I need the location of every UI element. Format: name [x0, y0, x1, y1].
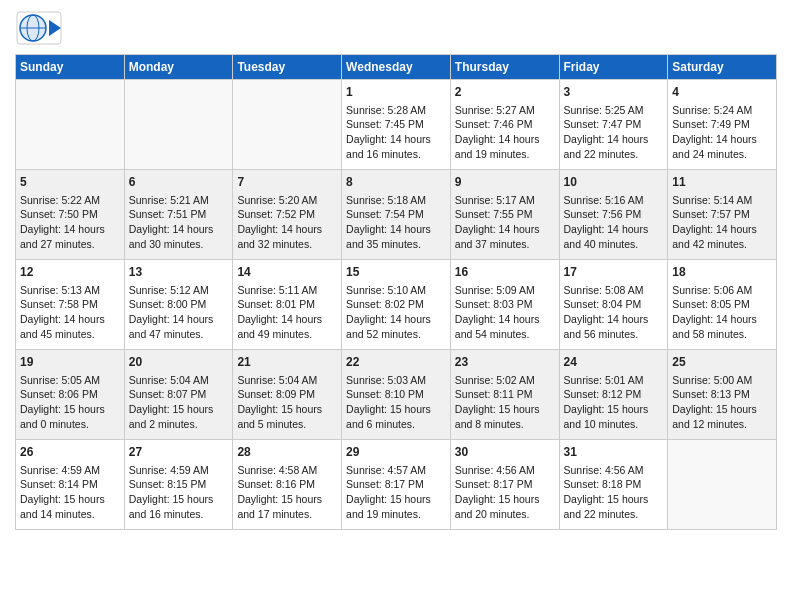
- cell-info-line: Daylight: 14 hours: [672, 222, 772, 237]
- calendar-cell: 23Sunrise: 5:02 AMSunset: 8:11 PMDayligh…: [450, 350, 559, 440]
- cell-info-line: Daylight: 15 hours: [129, 402, 229, 417]
- calendar-cell: [233, 80, 342, 170]
- cell-info-line: Daylight: 15 hours: [455, 402, 555, 417]
- weekday-header: Wednesday: [342, 55, 451, 80]
- calendar-page: SundayMondayTuesdayWednesdayThursdayFrid…: [0, 0, 792, 540]
- cell-info-line: Sunrise: 5:03 AM: [346, 373, 446, 388]
- cell-info-line: Sunrise: 5:05 AM: [20, 373, 120, 388]
- day-number: 11: [672, 174, 772, 191]
- cell-info-line: and 52 minutes.: [346, 327, 446, 342]
- day-number: 20: [129, 354, 229, 371]
- cell-info-line: and 6 minutes.: [346, 417, 446, 432]
- cell-info-line: Sunset: 8:09 PM: [237, 387, 337, 402]
- calendar-cell: 28Sunrise: 4:58 AMSunset: 8:16 PMDayligh…: [233, 440, 342, 530]
- cell-info-line: Sunset: 7:46 PM: [455, 117, 555, 132]
- header-row: SundayMondayTuesdayWednesdayThursdayFrid…: [16, 55, 777, 80]
- cell-info-line: and 27 minutes.: [20, 237, 120, 252]
- calendar-table: SundayMondayTuesdayWednesdayThursdayFrid…: [15, 54, 777, 530]
- cell-info-line: Sunset: 7:47 PM: [564, 117, 664, 132]
- day-number: 26: [20, 444, 120, 461]
- calendar-week-row: 19Sunrise: 5:05 AMSunset: 8:06 PMDayligh…: [16, 350, 777, 440]
- cell-info-line: and 5 minutes.: [237, 417, 337, 432]
- day-number: 25: [672, 354, 772, 371]
- calendar-cell: 17Sunrise: 5:08 AMSunset: 8:04 PMDayligh…: [559, 260, 668, 350]
- day-number: 3: [564, 84, 664, 101]
- cell-info-line: and 14 minutes.: [20, 507, 120, 522]
- cell-info-line: Daylight: 14 hours: [129, 222, 229, 237]
- cell-info-line: Sunrise: 5:02 AM: [455, 373, 555, 388]
- cell-info-line: Daylight: 15 hours: [129, 492, 229, 507]
- cell-info-line: Sunrise: 5:25 AM: [564, 103, 664, 118]
- cell-info-line: Sunset: 7:56 PM: [564, 207, 664, 222]
- cell-info-line: Sunrise: 4:57 AM: [346, 463, 446, 478]
- cell-info-line: and 37 minutes.: [455, 237, 555, 252]
- cell-info-line: Sunrise: 5:12 AM: [129, 283, 229, 298]
- calendar-cell: 8Sunrise: 5:18 AMSunset: 7:54 PMDaylight…: [342, 170, 451, 260]
- calendar-cell: 9Sunrise: 5:17 AMSunset: 7:55 PMDaylight…: [450, 170, 559, 260]
- cell-info-line: Sunset: 7:52 PM: [237, 207, 337, 222]
- cell-info-line: and 20 minutes.: [455, 507, 555, 522]
- day-number: 28: [237, 444, 337, 461]
- calendar-cell: 27Sunrise: 4:59 AMSunset: 8:15 PMDayligh…: [124, 440, 233, 530]
- calendar-cell: 30Sunrise: 4:56 AMSunset: 8:17 PMDayligh…: [450, 440, 559, 530]
- cell-info-line: and 47 minutes.: [129, 327, 229, 342]
- cell-info-line: Sunrise: 5:21 AM: [129, 193, 229, 208]
- calendar-week-row: 5Sunrise: 5:22 AMSunset: 7:50 PMDaylight…: [16, 170, 777, 260]
- cell-info-line: Sunrise: 5:10 AM: [346, 283, 446, 298]
- cell-info-line: and 22 minutes.: [564, 507, 664, 522]
- calendar-cell: 13Sunrise: 5:12 AMSunset: 8:00 PMDayligh…: [124, 260, 233, 350]
- calendar-cell: 21Sunrise: 5:04 AMSunset: 8:09 PMDayligh…: [233, 350, 342, 440]
- calendar-cell: 26Sunrise: 4:59 AMSunset: 8:14 PMDayligh…: [16, 440, 125, 530]
- calendar-cell: 14Sunrise: 5:11 AMSunset: 8:01 PMDayligh…: [233, 260, 342, 350]
- calendar-cell: 31Sunrise: 4:56 AMSunset: 8:18 PMDayligh…: [559, 440, 668, 530]
- cell-info-line: Daylight: 15 hours: [237, 492, 337, 507]
- cell-info-line: Sunrise: 5:06 AM: [672, 283, 772, 298]
- day-number: 30: [455, 444, 555, 461]
- cell-info-line: Sunset: 8:00 PM: [129, 297, 229, 312]
- cell-info-line: Daylight: 14 hours: [455, 312, 555, 327]
- cell-info-line: Sunrise: 5:01 AM: [564, 373, 664, 388]
- cell-info-line: and 32 minutes.: [237, 237, 337, 252]
- cell-info-line: and 35 minutes.: [346, 237, 446, 252]
- cell-info-line: Sunset: 8:10 PM: [346, 387, 446, 402]
- cell-info-line: Sunset: 8:02 PM: [346, 297, 446, 312]
- calendar-cell: 16Sunrise: 5:09 AMSunset: 8:03 PMDayligh…: [450, 260, 559, 350]
- calendar-cell: 22Sunrise: 5:03 AMSunset: 8:10 PMDayligh…: [342, 350, 451, 440]
- cell-info-line: Sunset: 8:01 PM: [237, 297, 337, 312]
- cell-info-line: Sunrise: 4:59 AM: [129, 463, 229, 478]
- calendar-cell: 6Sunrise: 5:21 AMSunset: 7:51 PMDaylight…: [124, 170, 233, 260]
- cell-info-line: Sunset: 8:15 PM: [129, 477, 229, 492]
- calendar-cell: 12Sunrise: 5:13 AMSunset: 7:58 PMDayligh…: [16, 260, 125, 350]
- cell-info-line: Daylight: 14 hours: [237, 312, 337, 327]
- cell-info-line: and 2 minutes.: [129, 417, 229, 432]
- cell-info-line: Sunrise: 5:22 AM: [20, 193, 120, 208]
- day-number: 7: [237, 174, 337, 191]
- cell-info-line: Sunset: 7:45 PM: [346, 117, 446, 132]
- weekday-header: Sunday: [16, 55, 125, 80]
- cell-info-line: Daylight: 14 hours: [129, 312, 229, 327]
- cell-info-line: and 19 minutes.: [346, 507, 446, 522]
- cell-info-line: and 0 minutes.: [20, 417, 120, 432]
- cell-info-line: Sunset: 7:54 PM: [346, 207, 446, 222]
- calendar-week-row: 26Sunrise: 4:59 AMSunset: 8:14 PMDayligh…: [16, 440, 777, 530]
- day-number: 8: [346, 174, 446, 191]
- cell-info-line: Sunset: 8:04 PM: [564, 297, 664, 312]
- cell-info-line: Sunrise: 4:56 AM: [564, 463, 664, 478]
- cell-info-line: Daylight: 15 hours: [564, 492, 664, 507]
- cell-info-line: Daylight: 14 hours: [346, 222, 446, 237]
- calendar-cell: 2Sunrise: 5:27 AMSunset: 7:46 PMDaylight…: [450, 80, 559, 170]
- cell-info-line: Sunset: 7:57 PM: [672, 207, 772, 222]
- cell-info-line: and 30 minutes.: [129, 237, 229, 252]
- day-number: 18: [672, 264, 772, 281]
- cell-info-line: Sunrise: 5:17 AM: [455, 193, 555, 208]
- calendar-cell: 5Sunrise: 5:22 AMSunset: 7:50 PMDaylight…: [16, 170, 125, 260]
- calendar-cell: 4Sunrise: 5:24 AMSunset: 7:49 PMDaylight…: [668, 80, 777, 170]
- cell-info-line: Sunrise: 5:28 AM: [346, 103, 446, 118]
- cell-info-line: Sunset: 8:14 PM: [20, 477, 120, 492]
- calendar-cell: 1Sunrise: 5:28 AMSunset: 7:45 PMDaylight…: [342, 80, 451, 170]
- calendar-cell: [124, 80, 233, 170]
- cell-info-line: Daylight: 15 hours: [346, 492, 446, 507]
- cell-info-line: Daylight: 15 hours: [20, 402, 120, 417]
- day-number: 31: [564, 444, 664, 461]
- calendar-cell: 15Sunrise: 5:10 AMSunset: 8:02 PMDayligh…: [342, 260, 451, 350]
